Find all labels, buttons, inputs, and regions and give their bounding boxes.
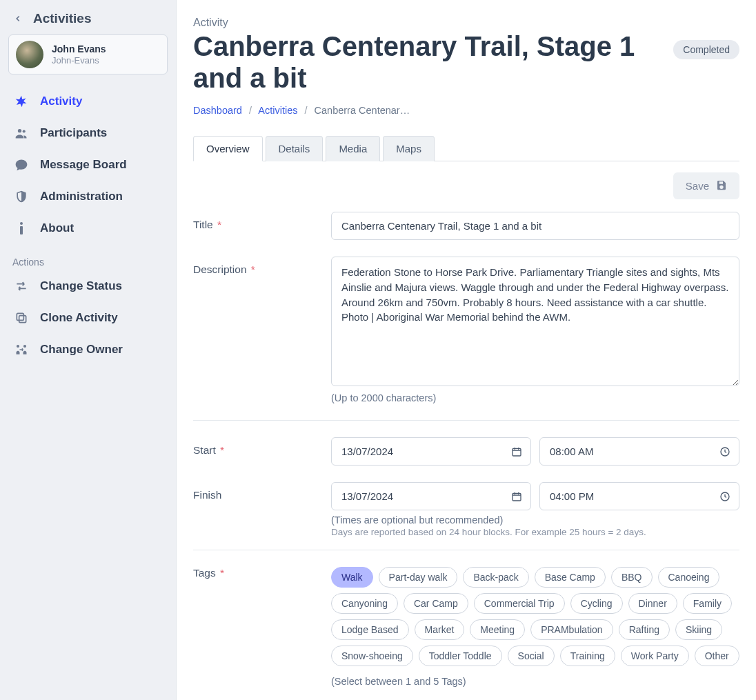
tag-part-day-walk[interactable]: Part-day walk bbox=[379, 567, 458, 588]
breadcrumb-sep: / bbox=[249, 105, 252, 116]
tag-family[interactable]: Family bbox=[683, 593, 732, 614]
shield-icon bbox=[14, 190, 29, 203]
asterisk-icon bbox=[14, 94, 29, 108]
tab-media[interactable]: Media bbox=[326, 136, 380, 161]
start-time-input[interactable] bbox=[539, 437, 739, 466]
tag-social[interactable]: Social bbox=[508, 646, 555, 666]
chevron-left-icon[interactable] bbox=[11, 12, 25, 26]
tag-training[interactable]: Training bbox=[560, 646, 615, 666]
action-clone-activity[interactable]: Clone Activity bbox=[8, 302, 168, 334]
sidebar-header: Activities bbox=[8, 8, 168, 34]
divider bbox=[193, 420, 739, 421]
tags-hint: (Select between 1 and 5 Tags) bbox=[331, 676, 739, 687]
people-arrows-icon bbox=[14, 343, 29, 357]
svg-point-2 bbox=[20, 222, 23, 225]
title-label: Title * bbox=[193, 212, 331, 231]
finish-date-input[interactable] bbox=[331, 482, 531, 510]
tag-car-camp[interactable]: Car Camp bbox=[404, 593, 468, 614]
tag-cycling[interactable]: Cycling bbox=[570, 593, 623, 614]
sidebar-title: Activities bbox=[33, 11, 91, 26]
sidebar-item-label: Administration bbox=[40, 190, 123, 203]
tag-back-pack[interactable]: Back-pack bbox=[463, 567, 528, 588]
user-handle: John-Evans bbox=[52, 55, 106, 66]
tag-canoeing[interactable]: Canoeing bbox=[658, 567, 720, 588]
breadcrumb-dashboard[interactable]: Dashboard bbox=[193, 105, 242, 116]
svg-point-0 bbox=[18, 129, 21, 132]
tag-canyoning[interactable]: Canyoning bbox=[331, 593, 398, 614]
tag-commercial-trip[interactable]: Commercial Trip bbox=[474, 593, 565, 614]
breadcrumb-current: Canberra Centenar… bbox=[315, 105, 410, 116]
tag-toddler-toddle[interactable]: Toddler Toddle bbox=[419, 646, 502, 666]
form: Save Title * Description * (Up to 200 bbox=[193, 161, 739, 700]
divider bbox=[193, 550, 739, 550]
main-content: Activity Canberra Centenary Trail, Stage… bbox=[177, 0, 756, 700]
action-label: Change Status bbox=[40, 279, 122, 293]
sidebar-item-label: Participants bbox=[40, 126, 107, 140]
tag-skiing[interactable]: Skiing bbox=[675, 619, 722, 640]
svg-point-1 bbox=[23, 130, 26, 132]
save-button[interactable]: Save bbox=[673, 172, 739, 199]
tag-cloud: WalkPart-day walkBack-packBase CampBBQCa… bbox=[331, 567, 739, 666]
comment-icon bbox=[14, 158, 29, 172]
sidebar-item-label: Message Board bbox=[40, 158, 127, 172]
user-card[interactable]: John Evans John-Evans bbox=[8, 34, 168, 74]
title-input[interactable] bbox=[331, 212, 739, 240]
arrows-exchange-icon bbox=[14, 279, 29, 293]
user-name: John Evans bbox=[52, 43, 106, 55]
finish-time-input[interactable] bbox=[539, 482, 739, 510]
copy-icon bbox=[14, 311, 29, 325]
status-badge: Completed bbox=[673, 40, 739, 59]
action-label: Change Owner bbox=[40, 343, 123, 357]
save-icon bbox=[716, 179, 727, 192]
tag-base-camp[interactable]: Base Camp bbox=[535, 567, 606, 588]
sidebar-item-label: About bbox=[40, 221, 74, 235]
tag-lodge-based[interactable]: Lodge Based bbox=[331, 619, 409, 640]
tag-snow-shoeing[interactable]: Snow-shoeing bbox=[331, 646, 413, 666]
tag-prambulation[interactable]: PRAMbulation bbox=[530, 619, 613, 640]
sidebar-item-participants[interactable]: Participants bbox=[8, 117, 168, 149]
tab-maps[interactable]: Maps bbox=[383, 136, 435, 161]
tag-market[interactable]: Market bbox=[415, 619, 465, 640]
tag-other[interactable]: Other bbox=[695, 646, 739, 666]
breadcrumb: Dashboard / Activities / Canberra Centen… bbox=[193, 105, 739, 116]
svg-rect-5 bbox=[17, 313, 23, 320]
tag-work-party[interactable]: Work Party bbox=[621, 646, 689, 666]
tag-rafting[interactable]: Rafting bbox=[619, 619, 670, 640]
tags-label: Tags * bbox=[193, 567, 331, 579]
finish-label: Finish bbox=[193, 482, 331, 501]
sidebar-item-label: Activity bbox=[40, 94, 82, 108]
tag-meeting[interactable]: Meeting bbox=[470, 619, 525, 640]
start-label: Start * bbox=[193, 437, 331, 457]
tag-dinner[interactable]: Dinner bbox=[628, 593, 677, 614]
description-textarea[interactable] bbox=[331, 257, 739, 386]
svg-rect-4 bbox=[19, 316, 26, 323]
sidebar: Activities John Evans John-Evans Activit… bbox=[0, 0, 177, 700]
avatar bbox=[16, 41, 43, 68]
tag-bbq[interactable]: BBQ bbox=[611, 567, 653, 588]
action-change-owner[interactable]: Change Owner bbox=[8, 334, 168, 366]
breadcrumb-activities[interactable]: Activities bbox=[258, 105, 297, 116]
tab-details[interactable]: Details bbox=[266, 136, 324, 161]
section-kicker: Activity bbox=[193, 17, 739, 29]
breadcrumb-sep: / bbox=[304, 105, 307, 116]
start-date-input[interactable] bbox=[331, 437, 531, 466]
tag-walk[interactable]: Walk bbox=[331, 567, 373, 588]
svg-point-6 bbox=[17, 345, 19, 348]
action-label: Clone Activity bbox=[40, 311, 118, 325]
sidebar-item-activity[interactable]: Activity bbox=[8, 86, 168, 117]
actions-heading: Actions bbox=[8, 244, 168, 270]
tabs: OverviewDetailsMediaMaps bbox=[193, 135, 739, 161]
time-hint-2: Days are reported based on 24 hour block… bbox=[331, 527, 739, 537]
save-button-label: Save bbox=[686, 180, 709, 192]
users-icon bbox=[14, 126, 29, 140]
sidebar-item-administration[interactable]: Administration bbox=[8, 181, 168, 212]
svg-rect-3 bbox=[20, 226, 23, 234]
action-change-status[interactable]: Change Status bbox=[8, 270, 168, 302]
nav-actions: Change Status Clone Activity Change Owne… bbox=[8, 270, 168, 366]
tab-overview[interactable]: Overview bbox=[193, 136, 263, 161]
sidebar-item-message-board[interactable]: Message Board bbox=[8, 149, 168, 181]
sidebar-item-about[interactable]: About bbox=[8, 212, 168, 244]
time-hint-1: (Times are optional but recommended) bbox=[331, 514, 739, 526]
description-hint: (Up to 2000 characters) bbox=[331, 392, 739, 403]
page-title: Canberra Centenary Trail, Stage 1 and a … bbox=[193, 30, 659, 94]
